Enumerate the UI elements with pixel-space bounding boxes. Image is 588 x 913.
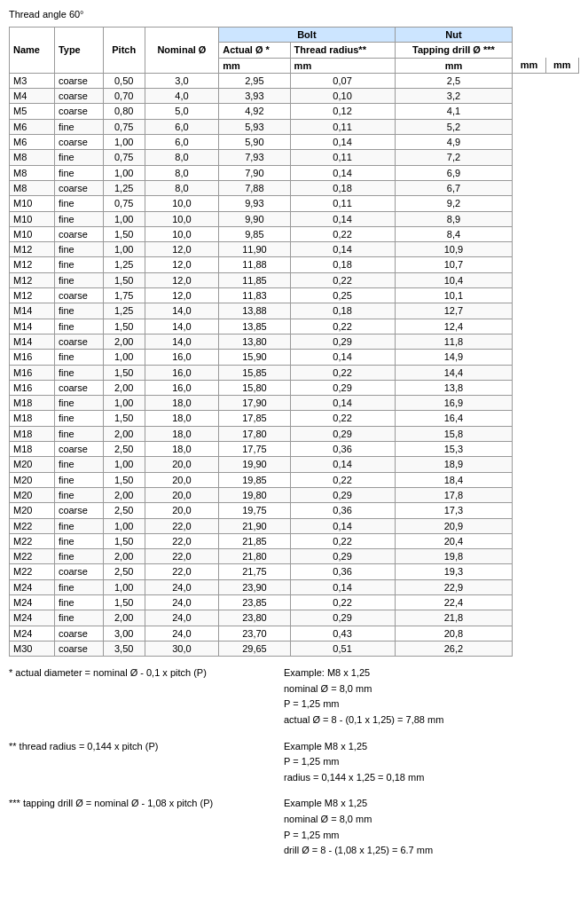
cell-type: fine	[54, 610, 103, 626]
cell-actual: 23,90	[219, 579, 290, 594]
cell-actual: 7,90	[219, 165, 290, 180]
cell-nominal: 10,0	[145, 196, 219, 211]
cell-actual: 5,90	[219, 135, 290, 150]
cell-radius: 0,36	[290, 503, 395, 518]
col-header-bolt: Bolt	[219, 28, 395, 43]
cell-name: M20	[10, 487, 55, 502]
cell-actual: 17,75	[219, 442, 290, 457]
example-line: P = 1,25 mm	[284, 828, 579, 844]
cell-name: M14	[10, 319, 55, 334]
cell-type: fine	[54, 426, 103, 441]
cell-type: coarse	[54, 641, 103, 656]
cell-name: M10	[10, 226, 55, 241]
cell-tapping: 17,8	[395, 487, 513, 502]
cell-type: fine	[54, 165, 103, 180]
cell-type: fine	[54, 196, 103, 211]
cell-tapping: 6,9	[395, 165, 513, 180]
cell-type: fine	[54, 242, 103, 257]
table-row: M16 coarse 2,00 16,0 15,80 0,29 13,8	[10, 380, 579, 395]
cell-name: M3	[10, 73, 55, 88]
cell-pitch: 1,50	[103, 272, 145, 287]
cell-name: M24	[10, 610, 55, 626]
table-row: M10 fine 0,75 10,0 9,93 0,11 9,2	[10, 196, 579, 211]
cell-name: M18	[10, 411, 55, 426]
cell-name: M12	[10, 272, 55, 287]
cell-nominal: 22,0	[145, 518, 219, 533]
cell-name: M22	[10, 533, 55, 548]
cell-name: M6	[10, 135, 55, 150]
cell-radius: 0,10	[290, 89, 395, 104]
cell-name: M24	[10, 626, 55, 641]
cell-radius: 0,29	[290, 380, 395, 395]
cell-actual: 17,85	[219, 411, 290, 426]
cell-actual: 21,85	[219, 533, 290, 548]
cell-pitch: 1,50	[103, 533, 145, 548]
cell-name: M6	[10, 119, 55, 134]
cell-tapping: 20,8	[395, 626, 513, 641]
table-row: M18 fine 2,00 18,0 17,80 0,29 15,8	[10, 426, 579, 441]
cell-actual: 7,88	[219, 180, 290, 195]
cell-nominal: 18,0	[145, 411, 219, 426]
cell-pitch: 1,50	[103, 365, 145, 380]
cell-type: fine	[54, 579, 103, 594]
cell-pitch: 1,75	[103, 288, 145, 303]
cell-type: coarse	[54, 626, 103, 641]
example-line: P = 1,25 mm	[284, 754, 579, 770]
cell-pitch: 1,00	[103, 135, 145, 150]
col-header-type: Type	[54, 28, 103, 74]
cell-tapping: 2,5	[395, 73, 513, 88]
cell-nominal: 14,0	[145, 334, 219, 349]
cell-nominal: 20,0	[145, 472, 219, 487]
cell-type: fine	[54, 350, 103, 365]
cell-name: M20	[10, 457, 55, 472]
cell-tapping: 8,4	[395, 226, 513, 241]
table-row: M14 coarse 2,00 14,0 13,80 0,29 11,8	[10, 334, 579, 349]
cell-actual: 11,83	[219, 288, 290, 303]
cell-actual: 23,80	[219, 610, 290, 626]
unit-actual: mm	[395, 58, 513, 73]
cell-pitch: 1,00	[103, 165, 145, 180]
cell-tapping: 15,8	[395, 426, 513, 441]
thread-angle: Thread angle 60°	[9, 9, 579, 20]
cell-actual: 23,85	[219, 594, 290, 610]
table-row: M22 fine 2,00 22,0 21,80 0,29 19,8	[10, 549, 579, 564]
cell-nominal: 8,0	[145, 165, 219, 180]
cell-tapping: 22,4	[395, 594, 513, 610]
cell-name: M16	[10, 380, 55, 395]
cell-actual: 29,65	[219, 641, 290, 656]
cell-name: M10	[10, 196, 55, 211]
cell-nominal: 22,0	[145, 564, 219, 579]
cell-type: fine	[54, 319, 103, 334]
cell-radius: 0,14	[290, 457, 395, 472]
cell-radius: 0,14	[290, 518, 395, 533]
cell-nominal: 18,0	[145, 442, 219, 457]
cell-tapping: 6,7	[395, 180, 513, 195]
col-header-tapping: Tapping drill Ø ***	[395, 43, 513, 58]
col-header-name: Name	[10, 28, 55, 74]
cell-radius: 0,43	[290, 626, 395, 641]
cell-tapping: 22,9	[395, 579, 513, 594]
cell-actual: 9,85	[219, 226, 290, 241]
table-row: M3 coarse 0,50 3,0 2,95 0,07 2,5	[10, 73, 579, 88]
cell-type: coarse	[54, 380, 103, 395]
table-row: M18 coarse 2,50 18,0 17,75 0,36 15,3	[10, 442, 579, 457]
table-row: M20 coarse 2,50 20,0 19,75 0,36 17,3	[10, 503, 579, 518]
cell-tapping: 13,8	[395, 380, 513, 395]
example-label: Example	[284, 798, 325, 808]
table-row: M12 coarse 1,75 12,0 11,83 0,25 10,1	[10, 288, 579, 303]
cell-actual: 3,93	[219, 89, 290, 104]
cell-type: fine	[54, 272, 103, 287]
cell-tapping: 16,9	[395, 396, 513, 411]
cell-name: M14	[10, 303, 55, 319]
cell-radius: 0,14	[290, 396, 395, 411]
col-header-radius: Thread radius**	[290, 43, 395, 58]
cell-tapping: 19,8	[395, 549, 513, 564]
cell-radius: 0,18	[290, 257, 395, 272]
cell-name: M22	[10, 564, 55, 579]
cell-nominal: 24,0	[145, 594, 219, 610]
col-header-actual: Actual Ø *	[219, 43, 290, 58]
cell-name: M4	[10, 89, 55, 104]
cell-name: M24	[10, 579, 55, 594]
cell-tapping: 20,9	[395, 518, 513, 533]
example-line: actual Ø = 8 - (0,1 x 1,25) = 7,88 mm	[284, 712, 579, 728]
